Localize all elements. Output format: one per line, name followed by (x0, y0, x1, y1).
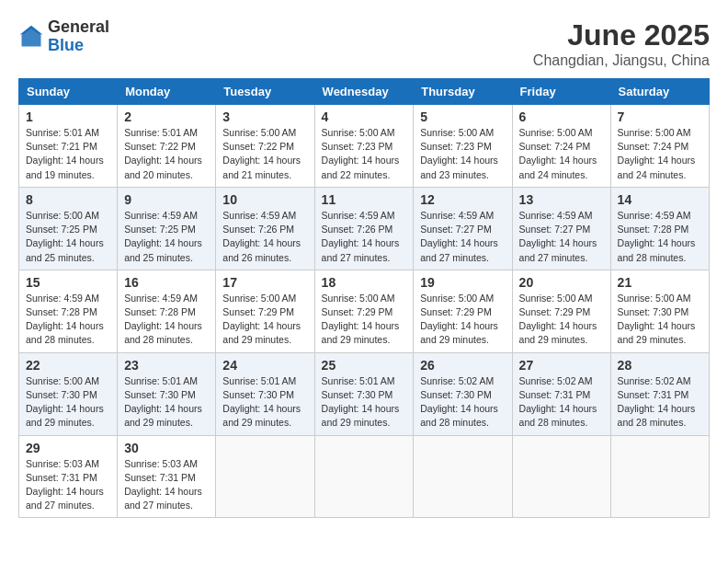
day-info: Sunrise: 5:00 AM Sunset: 7:30 PM Dayligh… (618, 292, 702, 348)
day-info: Sunrise: 4:59 AM Sunset: 7:28 PM Dayligh… (26, 292, 110, 348)
day-info: Sunrise: 5:03 AM Sunset: 7:31 PM Dayligh… (124, 457, 209, 513)
day-info: Sunrise: 5:02 AM Sunset: 7:31 PM Dayligh… (519, 374, 604, 431)
day-number: 22 (26, 358, 110, 373)
day-number: 3 (222, 109, 307, 124)
day-number: 14 (618, 192, 702, 207)
day-number: 19 (420, 275, 505, 290)
day-number: 23 (124, 358, 209, 373)
day-number: 16 (124, 275, 209, 290)
calendar-cell (414, 435, 512, 518)
logo-general: General (48, 18, 109, 37)
day-info: Sunrise: 4:59 AM Sunset: 7:27 PM Dayligh… (519, 209, 604, 265)
day-info: Sunrise: 5:00 AM Sunset: 7:29 PM Dayligh… (420, 292, 505, 348)
calendar-table: SundayMondayTuesdayWednesdayThursdayFrid… (18, 78, 710, 518)
day-info: Sunrise: 5:00 AM Sunset: 7:29 PM Dayligh… (322, 292, 407, 348)
calendar-week-5: 29Sunrise: 5:03 AM Sunset: 7:31 PM Dayli… (19, 435, 710, 518)
calendar-cell: 1Sunrise: 5:01 AM Sunset: 7:21 PM Daylig… (19, 105, 118, 188)
day-info: Sunrise: 4:59 AM Sunset: 7:27 PM Dayligh… (420, 209, 505, 265)
day-info: Sunrise: 5:00 AM Sunset: 7:24 PM Dayligh… (519, 126, 604, 182)
calendar-cell: 18Sunrise: 5:00 AM Sunset: 7:29 PM Dayli… (314, 270, 414, 352)
weekday-monday: Monday (118, 79, 216, 105)
calendar-cell: 7Sunrise: 5:00 AM Sunset: 7:24 PM Daylig… (610, 105, 709, 188)
day-number: 9 (124, 192, 209, 207)
calendar-cell: 13Sunrise: 4:59 AM Sunset: 7:27 PM Dayli… (512, 187, 610, 270)
day-info: Sunrise: 5:01 AM Sunset: 7:21 PM Dayligh… (26, 126, 110, 182)
day-number: 13 (519, 192, 604, 207)
day-info: Sunrise: 5:00 AM Sunset: 7:25 PM Dayligh… (26, 209, 110, 265)
calendar-week-3: 15Sunrise: 4:59 AM Sunset: 7:28 PM Dayli… (19, 270, 710, 352)
day-info: Sunrise: 5:00 AM Sunset: 7:30 PM Dayligh… (26, 374, 110, 431)
day-info: Sunrise: 5:00 AM Sunset: 7:24 PM Dayligh… (618, 126, 702, 182)
calendar-cell: 9Sunrise: 4:59 AM Sunset: 7:25 PM Daylig… (118, 187, 216, 270)
day-number: 2 (124, 109, 209, 124)
calendar-cell: 5Sunrise: 5:00 AM Sunset: 7:23 PM Daylig… (414, 105, 512, 188)
day-number: 12 (420, 192, 505, 207)
calendar-week-2: 8Sunrise: 5:00 AM Sunset: 7:25 PM Daylig… (19, 187, 710, 270)
day-number: 6 (519, 109, 604, 124)
calendar-cell: 22Sunrise: 5:00 AM Sunset: 7:30 PM Dayli… (19, 352, 118, 435)
day-info: Sunrise: 5:00 AM Sunset: 7:29 PM Dayligh… (519, 292, 604, 348)
day-info: Sunrise: 4:59 AM Sunset: 7:26 PM Dayligh… (222, 209, 307, 265)
day-number: 11 (322, 192, 407, 207)
calendar-cell: 4Sunrise: 5:00 AM Sunset: 7:23 PM Daylig… (314, 105, 414, 188)
title-block: June 2025 Changdian, Jiangsu, China (533, 18, 710, 69)
day-info: Sunrise: 5:00 AM Sunset: 7:29 PM Dayligh… (222, 292, 307, 348)
calendar-cell: 2Sunrise: 5:01 AM Sunset: 7:22 PM Daylig… (118, 105, 216, 188)
calendar-cell: 17Sunrise: 5:00 AM Sunset: 7:29 PM Dayli… (216, 270, 314, 352)
day-number: 15 (26, 275, 110, 290)
calendar-cell: 28Sunrise: 5:02 AM Sunset: 7:31 PM Dayli… (610, 352, 709, 435)
logo: General Blue (18, 18, 109, 55)
day-info: Sunrise: 5:03 AM Sunset: 7:31 PM Dayligh… (26, 457, 110, 513)
day-info: Sunrise: 5:02 AM Sunset: 7:30 PM Dayligh… (420, 374, 505, 431)
day-info: Sunrise: 4:59 AM Sunset: 7:28 PM Dayligh… (618, 209, 702, 265)
calendar-body: 1Sunrise: 5:01 AM Sunset: 7:21 PM Daylig… (19, 105, 710, 518)
day-info: Sunrise: 5:00 AM Sunset: 7:23 PM Dayligh… (322, 126, 407, 182)
day-number: 27 (519, 358, 604, 373)
day-info: Sunrise: 4:59 AM Sunset: 7:25 PM Dayligh… (124, 209, 209, 265)
calendar-cell: 10Sunrise: 4:59 AM Sunset: 7:26 PM Dayli… (216, 187, 314, 270)
day-number: 21 (618, 275, 702, 290)
day-number: 29 (26, 441, 110, 455)
weekday-sunday: Sunday (19, 79, 118, 105)
day-info: Sunrise: 4:59 AM Sunset: 7:28 PM Dayligh… (124, 292, 209, 348)
svg-marker-0 (22, 27, 41, 46)
day-number: 18 (322, 275, 407, 290)
calendar-cell (216, 435, 314, 518)
day-info: Sunrise: 5:01 AM Sunset: 7:30 PM Dayligh… (124, 374, 209, 431)
calendar-week-4: 22Sunrise: 5:00 AM Sunset: 7:30 PM Dayli… (19, 352, 710, 435)
day-info: Sunrise: 5:00 AM Sunset: 7:23 PM Dayligh… (420, 126, 505, 182)
day-number: 10 (222, 192, 307, 207)
day-number: 17 (222, 275, 307, 290)
day-number: 4 (322, 109, 407, 124)
logo-text: General Blue (48, 18, 109, 55)
location-title: Changdian, Jiangsu, China (533, 52, 710, 69)
calendar-cell: 20Sunrise: 5:00 AM Sunset: 7:29 PM Dayli… (512, 270, 610, 352)
weekday-header-row: SundayMondayTuesdayWednesdayThursdayFrid… (19, 79, 710, 105)
month-title: June 2025 (533, 18, 710, 52)
logo-icon (18, 24, 44, 50)
logo-blue: Blue (48, 37, 109, 55)
weekday-thursday: Thursday (414, 79, 512, 105)
day-number: 7 (618, 109, 702, 124)
calendar-cell: 12Sunrise: 4:59 AM Sunset: 7:27 PM Dayli… (414, 187, 512, 270)
weekday-friday: Friday (512, 79, 610, 105)
calendar-cell (512, 435, 610, 518)
weekday-tuesday: Tuesday (216, 79, 314, 105)
calendar-cell: 23Sunrise: 5:01 AM Sunset: 7:30 PM Dayli… (118, 352, 216, 435)
calendar-cell (314, 435, 414, 518)
day-number: 1 (26, 109, 110, 124)
calendar-cell: 24Sunrise: 5:01 AM Sunset: 7:30 PM Dayli… (216, 352, 314, 435)
weekday-saturday: Saturday (610, 79, 709, 105)
calendar-cell: 21Sunrise: 5:00 AM Sunset: 7:30 PM Dayli… (610, 270, 709, 352)
day-number: 20 (519, 275, 604, 290)
day-number: 26 (420, 358, 505, 373)
day-number: 28 (618, 358, 702, 373)
calendar-cell: 26Sunrise: 5:02 AM Sunset: 7:30 PM Dayli… (414, 352, 512, 435)
day-info: Sunrise: 5:01 AM Sunset: 7:22 PM Dayligh… (124, 126, 209, 182)
calendar-cell: 15Sunrise: 4:59 AM Sunset: 7:28 PM Dayli… (19, 270, 118, 352)
calendar-cell: 6Sunrise: 5:00 AM Sunset: 7:24 PM Daylig… (512, 105, 610, 188)
calendar-cell: 19Sunrise: 5:00 AM Sunset: 7:29 PM Dayli… (414, 270, 512, 352)
calendar-cell: 25Sunrise: 5:01 AM Sunset: 7:30 PM Dayli… (314, 352, 414, 435)
page-header: General Blue June 2025 Changdian, Jiangs… (18, 18, 710, 69)
day-info: Sunrise: 5:01 AM Sunset: 7:30 PM Dayligh… (222, 374, 307, 431)
